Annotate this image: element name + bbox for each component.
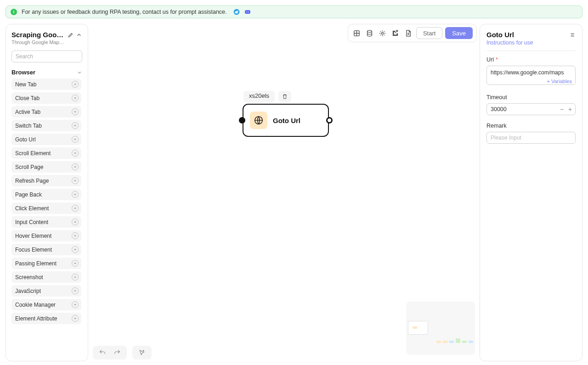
action-label: Screenshot bbox=[15, 274, 43, 281]
decrement-button[interactable]: − bbox=[559, 107, 565, 112]
action-label: Click Element bbox=[15, 205, 49, 212]
sidebar-item-close-tab[interactable]: Close Tab bbox=[11, 92, 81, 104]
redo-button[interactable] bbox=[113, 348, 121, 357]
add-icon[interactable] bbox=[72, 246, 79, 253]
search-input[interactable] bbox=[11, 51, 82, 62]
canvas[interactable]: Start Save xs20els Goto Url bbox=[91, 24, 477, 361]
svg-point-2 bbox=[246, 11, 247, 12]
sidebar-item-page-back[interactable]: Page Back bbox=[11, 189, 81, 200]
sidebar-item-passing-element[interactable]: Passing Element bbox=[11, 258, 81, 269]
node-goto-url[interactable]: Goto Url bbox=[243, 104, 329, 137]
add-icon[interactable] bbox=[72, 219, 79, 225]
action-label: Hover Element bbox=[15, 233, 51, 239]
inspector-panel: Goto Url Instructions for use Url* + Var… bbox=[480, 24, 582, 361]
sidebar-item-hover-element[interactable]: Hover Element bbox=[11, 230, 81, 241]
node-input-port[interactable] bbox=[239, 117, 245, 124]
variables-link[interactable]: + Variables bbox=[545, 79, 572, 84]
add-icon[interactable] bbox=[72, 274, 79, 281]
action-list: New TabClose TabActive TabSwitch TabGoto… bbox=[11, 79, 82, 354]
add-icon[interactable] bbox=[72, 81, 79, 88]
action-label: JavaScript bbox=[15, 288, 41, 294]
workflow-title: Scraping Google… bbox=[11, 31, 65, 39]
sidebar-item-scroll-element[interactable]: Scroll Element bbox=[11, 147, 81, 159]
add-icon[interactable] bbox=[72, 177, 79, 184]
add-icon[interactable] bbox=[72, 150, 79, 157]
action-label: Focus Element bbox=[15, 247, 52, 253]
add-icon[interactable] bbox=[72, 191, 79, 198]
action-label: Close Tab bbox=[15, 95, 40, 101]
sidebar-item-active-tab[interactable]: Active Tab bbox=[11, 106, 81, 118]
category-label: Browser bbox=[11, 69, 35, 76]
node-output-port[interactable] bbox=[326, 117, 333, 124]
action-label: Scroll Element bbox=[15, 150, 51, 157]
sidebar: Scraping Google… Through Google Maps to … bbox=[6, 24, 88, 361]
sidebar-item-scroll-page[interactable]: Scroll Page bbox=[11, 161, 81, 173]
add-icon[interactable] bbox=[72, 122, 79, 129]
canvas-bottom-bar bbox=[93, 346, 152, 359]
action-label: New Tab bbox=[15, 81, 36, 88]
list-icon[interactable] bbox=[568, 31, 576, 39]
discord-icon[interactable] bbox=[244, 9, 251, 15]
node-title: Goto Url bbox=[273, 117, 300, 124]
chevron-up-icon[interactable] bbox=[76, 32, 82, 40]
sidebar-item-goto-url[interactable]: Goto Url bbox=[11, 134, 81, 145]
url-label: Url* bbox=[486, 56, 576, 63]
telegram-icon[interactable] bbox=[233, 9, 240, 15]
sidebar-item-element-attribute[interactable]: Element Attribute bbox=[11, 313, 81, 324]
action-label: Page Back bbox=[15, 191, 42, 198]
add-icon[interactable] bbox=[72, 163, 79, 170]
delete-node-button[interactable] bbox=[278, 91, 291, 102]
action-label: Scroll Page bbox=[15, 164, 43, 170]
remark-input[interactable] bbox=[486, 132, 576, 144]
document-icon[interactable] bbox=[403, 28, 413, 38]
sidebar-item-switch-tab[interactable]: Switch Tab bbox=[11, 120, 81, 131]
increment-button[interactable]: + bbox=[567, 107, 573, 112]
save-button[interactable]: Save bbox=[445, 27, 473, 39]
svg-point-6 bbox=[382, 32, 384, 34]
start-button[interactable]: Start bbox=[416, 27, 442, 39]
inspector-title: Goto Url bbox=[486, 31, 514, 39]
sidebar-item-click-element[interactable]: Click Element bbox=[11, 202, 81, 214]
sidebar-item-input-content[interactable]: Input Content bbox=[11, 216, 81, 228]
notice-banner: i For any issues or feedback during RPA … bbox=[6, 6, 582, 18]
undo-button[interactable] bbox=[98, 348, 107, 357]
settings-icon[interactable] bbox=[378, 28, 388, 38]
svg-point-5 bbox=[368, 30, 372, 32]
category-header-browser[interactable]: Browser bbox=[11, 69, 82, 76]
globe-icon bbox=[250, 112, 267, 129]
add-icon[interactable] bbox=[72, 315, 79, 322]
add-icon[interactable] bbox=[72, 108, 79, 115]
sidebar-item-javascript[interactable]: JavaScript bbox=[11, 285, 81, 297]
sidebar-item-focus-element[interactable]: Focus Element bbox=[11, 244, 81, 255]
edit-icon[interactable] bbox=[68, 32, 74, 40]
sidebar-item-new-tab[interactable]: New Tab bbox=[11, 79, 81, 90]
svg-point-3 bbox=[248, 11, 249, 12]
database-icon[interactable] bbox=[365, 28, 375, 38]
add-icon[interactable] bbox=[72, 205, 79, 212]
add-icon[interactable] bbox=[72, 260, 79, 267]
add-icon[interactable] bbox=[72, 301, 79, 308]
add-icon[interactable] bbox=[72, 232, 79, 239]
action-label: Element Attribute bbox=[15, 315, 57, 322]
add-icon[interactable] bbox=[72, 95, 79, 101]
minimap[interactable] bbox=[406, 302, 475, 355]
remark-label: Remark bbox=[486, 123, 576, 129]
action-label: Goto Url bbox=[15, 136, 36, 143]
banner-text: For any issues or feedback during RPA te… bbox=[22, 9, 227, 15]
add-icon[interactable] bbox=[72, 136, 79, 143]
info-icon: i bbox=[11, 9, 17, 15]
canvas-toolbar: Start Save bbox=[348, 24, 477, 42]
sidebar-item-cookie-manager[interactable]: Cookie Manager bbox=[11, 299, 81, 310]
action-label: Input Content bbox=[15, 219, 48, 225]
chevron-down-icon bbox=[77, 70, 82, 75]
svg-rect-1 bbox=[245, 10, 250, 14]
workflow-subtitle: Through Google Maps to retr… bbox=[11, 39, 65, 45]
sidebar-item-screenshot[interactable]: Screenshot bbox=[11, 271, 81, 283]
action-label: Cookie Manager bbox=[15, 302, 56, 308]
cursor-sparkle-icon[interactable] bbox=[138, 348, 146, 357]
export-icon[interactable] bbox=[390, 28, 401, 38]
grid-icon[interactable] bbox=[352, 28, 362, 38]
sidebar-item-refresh-page[interactable]: Refresh Page bbox=[11, 175, 81, 186]
add-icon[interactable] bbox=[72, 287, 79, 294]
instructions-link[interactable]: Instructions for use bbox=[486, 39, 576, 46]
